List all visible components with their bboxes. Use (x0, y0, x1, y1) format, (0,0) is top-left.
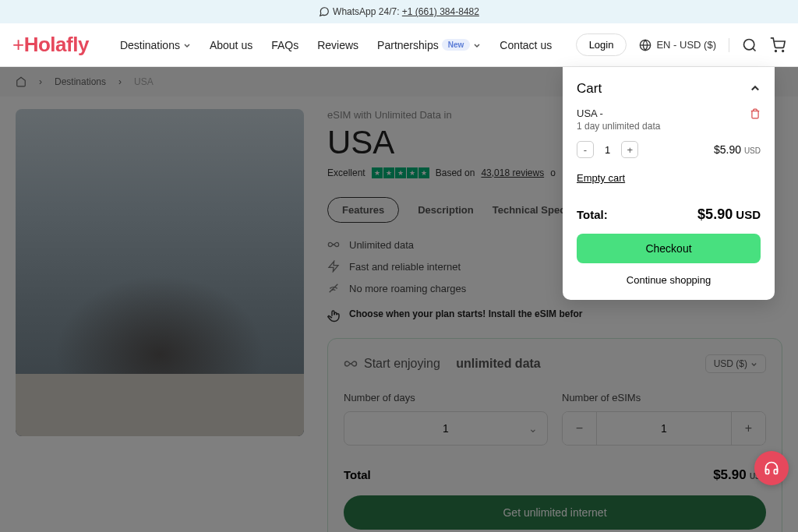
cart-total: Total: $5.90 USD (577, 206, 761, 223)
search-icon[interactable] (742, 37, 757, 53)
nav-about[interactable]: About us (210, 39, 252, 51)
nav-reviews[interactable]: Reviews (317, 39, 358, 51)
headset-icon (764, 460, 779, 476)
empty-cart-link[interactable]: Empty cart (577, 172, 625, 184)
topbar-phone[interactable]: +1 (661) 384-8482 (402, 6, 479, 17)
nav-partnerships[interactable]: PartnershipsNew (377, 39, 481, 51)
new-badge: New (442, 39, 471, 51)
trash-icon[interactable] (750, 107, 761, 120)
qty-value: 1 (605, 144, 610, 156)
cart-panel: Cart USA - 1 day unlimited data - 1 + $5… (563, 67, 775, 300)
svg-point-2 (744, 39, 754, 49)
chevron-up-icon[interactable] (750, 83, 761, 94)
topbar-label: WhatsApp 24/7: (333, 6, 399, 17)
nav-faqs[interactable]: FAQs (271, 39, 298, 51)
topbar: WhatsApp 24/7: +1 (661) 384-8482 (0, 0, 798, 23)
whatsapp-icon (319, 6, 330, 17)
cart-title: Cart (577, 81, 602, 97)
cart-icon[interactable] (770, 37, 786, 53)
login-button[interactable]: Login (576, 33, 627, 56)
checkout-button[interactable]: Checkout (577, 234, 761, 263)
logo[interactable]: Holafly (12, 33, 89, 57)
cart-item-price: $5.90 USD (714, 143, 761, 156)
cart-item: USA - 1 day unlimited data (577, 107, 761, 132)
svg-point-4 (775, 50, 777, 51)
nav-links: Destinations About us FAQs Reviews Partn… (120, 39, 552, 51)
language-selector[interactable]: EN - USD ($) (639, 39, 716, 51)
nav-right: Login EN - USD ($) (576, 33, 786, 56)
nav-destinations[interactable]: Destinations (120, 39, 191, 51)
svg-point-5 (782, 50, 784, 51)
navbar: Holafly Destinations About us FAQs Revie… (0, 23, 798, 67)
qty-increment[interactable]: + (621, 141, 638, 158)
cart-item-name: USA - (577, 107, 660, 119)
qty-decrement[interactable]: - (577, 141, 594, 158)
continue-shopping[interactable]: Continue shopping (577, 274, 761, 286)
cart-qty: - 1 + (577, 141, 638, 158)
chevron-down-icon (473, 41, 481, 49)
nav-contact[interactable]: Contact us (500, 39, 552, 51)
divider (729, 38, 729, 52)
support-fab[interactable] (754, 451, 789, 485)
svg-line-3 (753, 48, 756, 51)
cart-item-sub: 1 day unlimited data (577, 121, 660, 132)
globe-icon (639, 39, 651, 51)
chevron-down-icon (183, 41, 191, 49)
